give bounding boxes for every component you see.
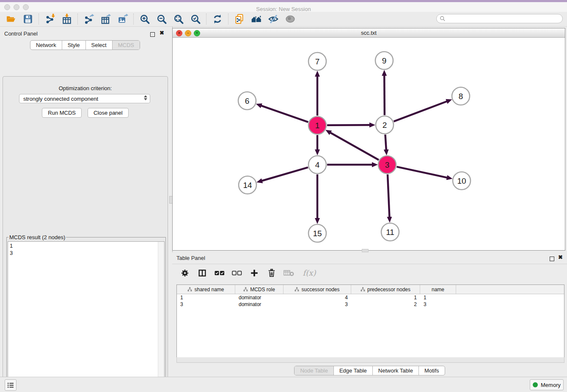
cell-successor-nodes[interactable]: 3 xyxy=(284,301,351,307)
zoom-out-button[interactable] xyxy=(153,13,170,26)
apply-layout-button[interactable] xyxy=(209,13,226,26)
panel-list-button[interactable] xyxy=(5,379,17,391)
close-panel-button[interactable]: Close panel xyxy=(88,108,129,118)
control-panel-tabs: NetworkStyleSelectMCDS xyxy=(30,40,140,50)
tab-mcds[interactable]: MCDS xyxy=(112,41,140,50)
close-table-panel-button[interactable]: ✖ xyxy=(558,255,563,259)
table-body: 1dominator4113dominator323 xyxy=(177,294,564,308)
import-network-button[interactable] xyxy=(41,13,58,26)
graph-edge-3-1[interactable] xyxy=(330,133,379,160)
cell-predecessor-nodes[interactable]: 2 xyxy=(351,301,420,307)
tab-network[interactable]: Network xyxy=(30,41,62,50)
graph-edge-3-10[interactable] xyxy=(396,167,447,178)
zoom-out-icon xyxy=(156,14,167,25)
memory-label: Memory xyxy=(541,382,561,388)
graph-edge-3-11[interactable] xyxy=(388,174,389,218)
network-canvas[interactable]: 1234678910111415 xyxy=(173,38,565,250)
graph-node-11[interactable]: 11 xyxy=(381,223,399,241)
network-view-window: ✕ − + scc.txt 1234678910111415 xyxy=(172,28,565,251)
graph-edge-2-9[interactable] xyxy=(384,75,385,115)
mcds-result-lines: 13 xyxy=(8,242,164,257)
delete-table-button[interactable] xyxy=(284,268,295,279)
graph-edge-1-6[interactable] xyxy=(261,105,308,122)
zoom-selected-button[interactable] xyxy=(187,13,204,26)
graph-node-10[interactable]: 10 xyxy=(453,172,471,190)
criterion-select[interactable]: strongly connected component xyxy=(19,94,150,103)
cell-mcds-role[interactable]: dominator xyxy=(235,295,284,301)
graph-node-6[interactable]: 6 xyxy=(238,92,256,110)
graph-node-14[interactable]: 14 xyxy=(239,176,256,194)
zoom-fit-button[interactable] xyxy=(170,13,187,26)
export-network-button[interactable] xyxy=(80,13,97,26)
zoom-in-button[interactable] xyxy=(136,13,153,26)
table-hscroll-track[interactable] xyxy=(176,357,564,363)
toolbar-separator xyxy=(77,14,78,25)
new-network-from-selection-button[interactable] xyxy=(231,13,248,26)
table-options-button[interactable] xyxy=(179,268,190,279)
graph-node-3[interactable]: 3 xyxy=(378,156,396,174)
save-session-button[interactable] xyxy=(19,13,36,26)
table-row[interactable]: 1dominator411 xyxy=(177,294,564,301)
tab-edge-table[interactable]: Edge Table xyxy=(333,366,372,375)
tab-style[interactable]: Style xyxy=(62,41,85,50)
mcds-tab-panel: Optimization criterion: strongly connect… xyxy=(3,76,168,392)
export-image-button[interactable] xyxy=(114,13,131,26)
run-mcds-button[interactable]: Run MCDS xyxy=(42,108,82,118)
function-builder-button[interactable]: f(x) xyxy=(301,268,318,279)
float-control-panel-button[interactable] xyxy=(150,31,155,39)
column-header-mcds-role[interactable]: MCDS role xyxy=(235,285,284,294)
graph-node-7[interactable]: 7 xyxy=(308,52,326,70)
column-header-successor-nodes[interactable]: successor nodes xyxy=(284,285,351,294)
cell-shared-name[interactable]: 3 xyxy=(177,301,235,307)
tab-select[interactable]: Select xyxy=(85,41,112,50)
hide-graphics-details-button[interactable] xyxy=(265,13,282,26)
graph-edge-1-2[interactable] xyxy=(327,125,370,125)
search-field[interactable] xyxy=(436,14,563,23)
graph-node-4[interactable]: 4 xyxy=(308,156,326,174)
network-overview-button[interactable] xyxy=(248,13,265,26)
import-table-button[interactable] xyxy=(58,13,75,26)
graph-edge-4-14[interactable] xyxy=(261,167,308,181)
toolbar-separator xyxy=(39,14,39,25)
search-input[interactable] xyxy=(446,15,562,22)
table-row[interactable]: 3dominator323 xyxy=(177,301,564,308)
float-table-panel-button[interactable] xyxy=(550,255,554,263)
graph-node-label: 10 xyxy=(457,177,466,185)
show-graphics-details-button[interactable] xyxy=(282,13,299,26)
application-window: Session: New Session xyxy=(0,0,567,392)
cell-name[interactable]: 1 xyxy=(420,295,456,301)
open-session-button[interactable] xyxy=(3,13,19,26)
memory-button[interactable]: Memory xyxy=(530,379,564,390)
graph-edge-2-8[interactable] xyxy=(394,101,448,121)
graph-node-8[interactable]: 8 xyxy=(452,87,470,105)
graph-node-15[interactable]: 15 xyxy=(308,224,326,242)
tab-node-table[interactable]: Node Table xyxy=(295,366,333,375)
select-all-button[interactable] xyxy=(214,268,225,279)
graph-node-1[interactable]: 1 xyxy=(308,116,326,134)
export-table-button[interactable] xyxy=(97,13,114,26)
delete-column-button[interactable] xyxy=(266,268,277,279)
column-header-name[interactable]: name xyxy=(420,285,456,294)
column-header-predecessor-nodes[interactable]: predecessor nodes xyxy=(351,285,420,294)
tab-network-table[interactable]: Network Table xyxy=(372,366,418,375)
mcds-result-textarea[interactable]: 13 xyxy=(8,241,165,392)
cell-name[interactable]: 3 xyxy=(420,301,456,307)
toolbar-separator xyxy=(228,14,229,25)
cell-successor-nodes[interactable]: 4 xyxy=(284,295,351,301)
graph-edge-2-3[interactable] xyxy=(385,135,386,150)
graph-node-2[interactable]: 2 xyxy=(376,116,394,134)
cell-mcds-role[interactable]: dominator xyxy=(235,301,284,307)
deselect-all-button[interactable] xyxy=(231,268,242,279)
cell-shared-name[interactable]: 1 xyxy=(177,295,235,301)
column-header-shared-name[interactable]: shared name xyxy=(177,285,235,294)
tab-motifs[interactable]: Motifs xyxy=(418,366,445,375)
column-header-label: MCDS role xyxy=(250,287,275,293)
cell-predecessor-nodes[interactable]: 1 xyxy=(351,295,420,301)
close-control-panel-button[interactable]: ✖ xyxy=(160,31,164,35)
result-scrollbar[interactable] xyxy=(158,242,164,392)
show-columns-button[interactable] xyxy=(197,268,208,279)
graph-node-label: 4 xyxy=(315,160,320,169)
create-column-button[interactable] xyxy=(249,268,260,279)
horizontal-splitter-handle[interactable] xyxy=(362,249,369,252)
graph-node-9[interactable]: 9 xyxy=(375,52,393,69)
